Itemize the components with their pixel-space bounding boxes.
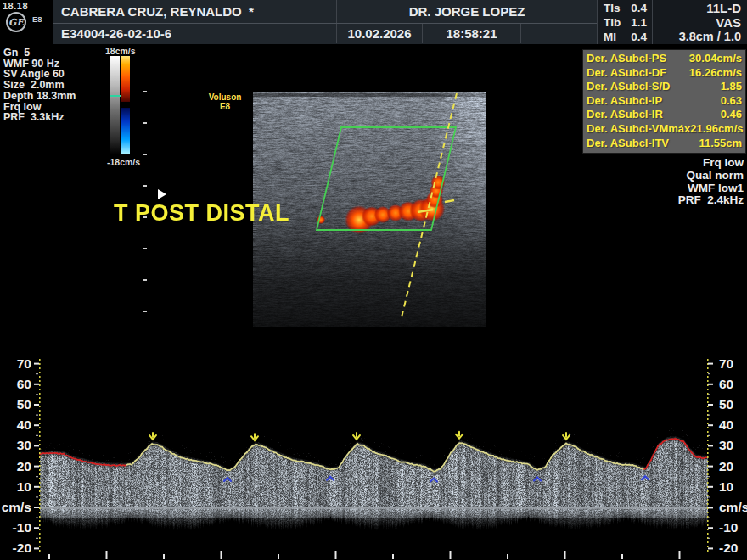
- color-scale-min: -18cm/s: [107, 157, 140, 167]
- ge-logo-text: GE: [8, 17, 24, 28]
- measurement-row: Der. ASubcl-IR0.46: [587, 108, 742, 122]
- thermal-index-value: 0.4: [631, 1, 647, 15]
- measurement-value: 1.85: [721, 80, 742, 94]
- y-axis-label: 10: [719, 479, 747, 496]
- image-annotation: T POST DISTAL: [114, 200, 289, 227]
- system-badge: E8: [32, 14, 42, 24]
- patient-banner: CABRERA CRUZ, REYNALDO * DR. JORGE LOPEZ…: [53, 0, 597, 44]
- thermal-index-value: 0.4: [631, 30, 647, 44]
- header-corner: 18.18 GE E8: [0, 0, 53, 44]
- thermal-index-block: TIs0.4TIb1.1MI0.4: [597, 0, 652, 44]
- physician-name: DR. JORGE LOPEZ: [336, 0, 597, 23]
- measurement-row: Der. ASubcl-S/D1.85: [587, 80, 742, 94]
- measurement-value: 30.04cm/s: [689, 52, 742, 66]
- measurement-label: Der. ASubcl-IP: [587, 94, 662, 109]
- y-axis-label: 60: [0, 376, 31, 393]
- voluson-watermark: Voluson E8: [200, 92, 250, 111]
- measurement-value: 11.55cm: [699, 137, 742, 151]
- y-axis-label: -10: [719, 519, 747, 536]
- exam-time: 18:58:21: [422, 24, 520, 43]
- depth-tick: [143, 91, 147, 92]
- depth-tick: [143, 311, 147, 312]
- measurement-row: Der. ASubcl-PS30.04cm/s: [587, 52, 742, 66]
- measurement-row: Der. ASubcl-ITV11.55cm: [587, 137, 742, 151]
- y-axis-label: 70: [719, 356, 747, 372]
- y-axis-label: 20: [0, 458, 31, 475]
- measurement-label: Der. ASubcl-VMmáx: [587, 122, 690, 137]
- measurement-results-panel: Der. ASubcl-PS30.04cm/sDer. ASubcl-DF16.…: [582, 49, 746, 154]
- patient-id: E34004-26-02-10-6: [53, 24, 336, 43]
- thermal-index-label: TIb: [604, 15, 621, 30]
- measurement-value: 16.26cm/s: [689, 66, 742, 81]
- depth-tick: [143, 122, 147, 124]
- measurement-row: Der. ASubcl-DF16.26cm/s: [587, 66, 742, 81]
- y-axis-label: 30: [719, 437, 747, 454]
- thermal-index-label: MI: [604, 30, 616, 44]
- y-axis-label: -20: [0, 540, 31, 557]
- y-axis-label: 60: [719, 376, 747, 393]
- patient-name: CABRERA CRUZ, REYNALDO *: [53, 0, 336, 23]
- depth-tick: [143, 185, 147, 187]
- thermal-index-value: 1.1: [631, 15, 647, 30]
- depth-tick: [143, 154, 147, 155]
- measurement-value: 21.96cm/s: [690, 122, 743, 137]
- y-axis-label: 40: [719, 417, 747, 434]
- measurement-value: 0.63: [721, 94, 742, 109]
- grayscale-marker: [110, 95, 121, 97]
- measurement-row: Der. ASubcl-IP0.63: [587, 94, 742, 109]
- thermal-index-label: TIs: [604, 1, 621, 15]
- bmode-param: Size 2.0mm: [3, 80, 76, 91]
- y-axis-label: 50: [0, 396, 31, 413]
- measurement-label: Der. ASubcl-S/D: [587, 80, 670, 94]
- watermark-line1: Voluson: [200, 92, 250, 102]
- doppler-parameter-list: Frq lowQual normWMF low1PRF 2.4kHz: [597, 157, 744, 207]
- y-axis-label: 40: [0, 417, 31, 434]
- measurement-label: Der. ASubcl-IR: [587, 108, 663, 122]
- depth-frequency: 3.8cm / 1.0: [653, 30, 741, 44]
- doppler-param: Frq low: [597, 157, 744, 170]
- probe-block: 11L-D VAS 3.8cm / 1.0: [652, 0, 747, 44]
- y-axis-label: cm/s: [719, 499, 747, 516]
- measurement-label: Der. ASubcl-PS: [587, 52, 666, 66]
- exam-date: 10.02.2026: [336, 24, 422, 43]
- corner-clock: 18.18: [3, 1, 28, 11]
- pointer-cursor-icon[interactable]: [158, 189, 166, 199]
- bmode-parameter-list: Gn 5WMF 90 HzSV Angle 60Size 2.0mmDepth …: [3, 48, 76, 123]
- color-roi-box: [317, 127, 456, 230]
- depth-tick: [143, 279, 147, 281]
- y-axis-label: cm/s: [0, 499, 31, 516]
- grayscale-bar: [110, 56, 120, 154]
- y-axis-label: 50: [719, 396, 747, 413]
- y-axis-label: 30: [0, 437, 31, 454]
- patient-banner-row2: E34004-26-02-10-6 10.02.2026 18:58:21: [53, 24, 597, 43]
- measurement-row: Der. ASubcl-VMmáx21.96cm/s: [587, 122, 742, 137]
- y-axis-label: 20: [719, 458, 747, 475]
- thermal-index-row: MI0.4: [598, 30, 652, 44]
- y-axis-label: -10: [0, 519, 31, 536]
- patient-banner-row1: CABRERA CRUZ, REYNALDO * DR. JORGE LOPEZ: [53, 0, 597, 24]
- bmode-param: PRF 3.3kHz: [3, 112, 76, 123]
- y-axis-label: 70: [0, 356, 31, 372]
- banner-spacer: [520, 24, 597, 43]
- thermal-index-row: TIb1.1: [598, 15, 652, 30]
- doppler-spectrum: [34, 335, 713, 560]
- color-flow-bar-negative: [121, 108, 130, 154]
- measurement-label: Der. ASubcl-ITV: [587, 137, 669, 151]
- color-scale-max: 18cm/s: [105, 46, 136, 56]
- measurement-label: Der. ASubcl-DF: [587, 66, 666, 81]
- watermark-line2: E8: [200, 102, 250, 111]
- probe-name: 11L-D: [653, 1, 741, 15]
- y-axis-label: -20: [719, 540, 747, 557]
- doppler-param: PRF 2.4kHz: [597, 194, 744, 207]
- doppler-param: WMF low1: [597, 182, 744, 195]
- bmode-param: Depth 18.3mm: [3, 91, 76, 102]
- ultrasound-screen: 18.18 GE E8 CABRERA CRUZ, REYNALDO * DR.…: [0, 0, 747, 560]
- y-axis-label: 10: [0, 479, 31, 496]
- color-flow-bar-positive: [121, 56, 130, 102]
- measurement-value: 0.46: [721, 108, 742, 122]
- exam-preset: VAS: [653, 15, 741, 30]
- ge-logo-icon: GE: [6, 12, 26, 32]
- bmode-param: Gn 5: [3, 48, 76, 59]
- doppler-param: Qual norm: [597, 170, 744, 182]
- depth-tick: [143, 248, 147, 249]
